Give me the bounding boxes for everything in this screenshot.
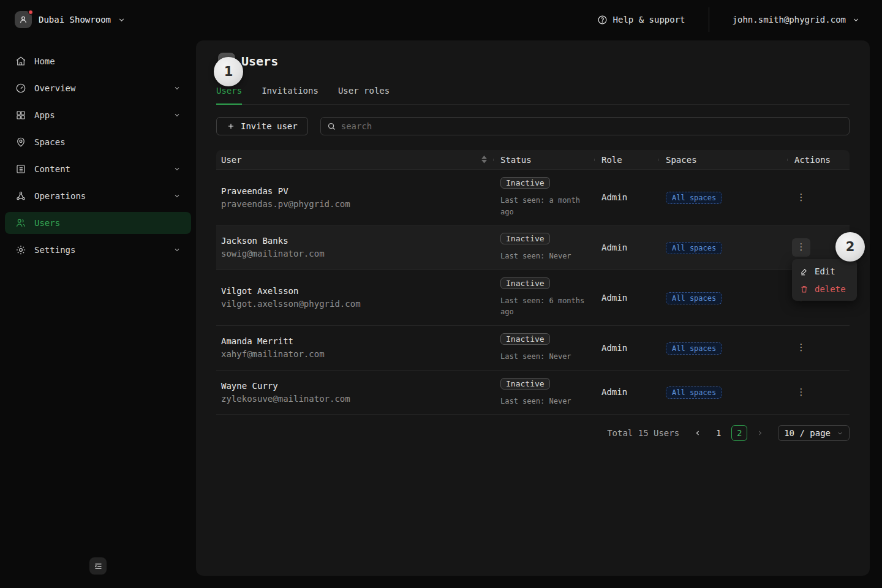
sidebar-item-label: Home [34, 56, 55, 66]
document-icon [15, 164, 26, 175]
chevron-down-icon [852, 16, 860, 24]
search-input[interactable] [341, 121, 843, 131]
status-badge: Inactive [500, 233, 550, 244]
user-cell: Wayne Curry zylekosuve@mailinator.com [216, 381, 493, 404]
column-header-status: Status [493, 155, 594, 165]
pagination-total: Total 15 Users [607, 428, 679, 438]
account-menu[interactable]: john.smith@phygrid.com [733, 15, 860, 24]
user-name: Vilgot Axelsson [221, 286, 493, 296]
search-icon [327, 122, 336, 131]
user-name: Wayne Curry [221, 381, 493, 391]
spaces-cell: All spaces [658, 243, 787, 252]
sidebar-item-label: Spaces [34, 137, 66, 147]
page-size-select[interactable]: 10 / page [778, 425, 850, 441]
spaces-tag[interactable]: All spaces [666, 292, 722, 304]
status-cell: Inactive Last seen: Never [493, 233, 594, 262]
user-cell: Praveendas PV praveendas.pv@phygrid.com [216, 186, 493, 209]
tab-bar: Users Invitations User roles [216, 86, 850, 105]
chevron-left-icon [694, 429, 701, 437]
tab-invitations[interactable]: Invitations [262, 86, 318, 104]
pagination: Total 15 Users 1 2 10 / page [216, 425, 850, 441]
sidebar-item-spaces[interactable]: Spaces [5, 131, 191, 153]
role-cell: Admin [594, 343, 658, 353]
help-support-button[interactable]: Help & support [597, 15, 685, 25]
pagination-page-2[interactable]: 2 [731, 425, 747, 441]
user-email: sowig@mailinator.com [221, 249, 493, 258]
table-body: Praveendas PV praveendas.pv@phygrid.com … [216, 170, 850, 415]
actions-cell: ⋮ [787, 383, 850, 401]
user-cell: Vilgot Axelsson vilgot.axelsson@phygrid.… [216, 286, 493, 309]
page-title: Users [241, 54, 278, 69]
annotation-badge-2: 2 [835, 232, 865, 262]
spaces-cell: All spaces [658, 343, 787, 353]
spaces-tag[interactable]: All spaces [666, 386, 722, 399]
sidebar-item-overview[interactable]: Overview [5, 77, 191, 99]
chevron-down-icon [173, 111, 181, 119]
status-badge: Inactive [500, 333, 550, 345]
spaces-cell: All spaces [658, 293, 787, 303]
sidebar-item-settings[interactable]: Settings [5, 239, 191, 261]
row-actions-button[interactable]: ⋮ [792, 383, 810, 401]
sidebar-item-label: Operations [34, 191, 86, 201]
user-email: praveendas.pv@phygrid.com [221, 199, 493, 209]
user-email: xahyf@mailinator.com [221, 349, 493, 359]
spaces-tag[interactable]: All spaces [666, 192, 722, 204]
search-box[interactable] [320, 117, 850, 135]
tab-users[interactable]: Users [216, 86, 242, 104]
role-cell: Admin [594, 387, 658, 397]
user-cell: Amanda Merritt xahyf@mailinator.com [216, 336, 493, 359]
spaces-cell: All spaces [658, 387, 787, 397]
sort-icon[interactable] [481, 156, 487, 164]
tenant-avatar[interactable] [15, 11, 32, 28]
row-actions-button[interactable]: ⋮ [792, 339, 810, 357]
status-cell: Inactive Last seen: a month ago [493, 177, 594, 217]
sidebar-item-label: Apps [34, 110, 55, 120]
sidebar-item-label: Settings [34, 245, 75, 255]
table-row[interactable]: Praveendas PV praveendas.pv@phygrid.com … [216, 170, 850, 225]
sidebar-item-operations[interactable]: Operations [5, 185, 191, 207]
chevron-down-icon [837, 430, 843, 437]
status-cell: Inactive Last seen: Never [493, 378, 594, 407]
spaces-tag[interactable]: All spaces [666, 242, 722, 254]
pagination-prev-button[interactable] [690, 425, 706, 441]
pagination-next-button[interactable] [752, 425, 768, 441]
trash-icon [800, 285, 809, 293]
chevron-down-icon [173, 165, 181, 173]
actions-cell: ⋮ [787, 339, 850, 357]
spaces-tag[interactable]: All spaces [666, 342, 722, 355]
column-header-user[interactable]: User [216, 155, 493, 165]
table-row[interactable]: Wayne Curry zylekosuve@mailinator.com In… [216, 371, 850, 415]
actions-cell: ⋮ [787, 188, 850, 206]
user-email: zylekosuve@mailinator.com [221, 394, 493, 404]
table-row[interactable]: Amanda Merritt xahyf@mailinator.com Inac… [216, 326, 850, 371]
pagination-page-1[interactable]: 1 [710, 425, 726, 441]
home-icon [15, 56, 26, 67]
table-row[interactable]: Jackson Banks sowig@mailinator.com Inact… [216, 225, 850, 270]
sidebar-item-apps[interactable]: Apps [5, 104, 191, 126]
question-circle-icon [597, 15, 608, 25]
row-context-menu: Edit delete [792, 259, 857, 301]
tenant-switcher[interactable]: Dubai Showroom [15, 11, 126, 28]
annotation-badge-1: 1 [214, 57, 243, 86]
context-menu-edit[interactable]: Edit [794, 262, 854, 280]
status-cell: Inactive Last seen: Never [493, 333, 594, 363]
sidebar-item-content[interactable]: Content [5, 158, 191, 180]
topbar: Dubai Showroom Help & support john.smith… [0, 0, 882, 39]
sidebar-collapse-button[interactable] [89, 557, 107, 575]
status-badge: Inactive [500, 277, 550, 289]
page-size-value: 10 / page [784, 428, 831, 438]
spaces-cell: All spaces [658, 192, 787, 202]
menu-fold-icon [94, 562, 103, 571]
sidebar-item-users[interactable]: Users [5, 212, 191, 234]
last-seen-text: Last seen: Never [500, 396, 571, 407]
sidebar-item-home[interactable]: Home [5, 50, 191, 72]
table-row[interactable]: Vilgot Axelsson vilgot.axelsson@phygrid.… [216, 270, 850, 326]
row-actions-button[interactable]: ⋮ [792, 188, 810, 206]
chevron-down-icon [173, 85, 181, 92]
person-icon [18, 15, 28, 24]
context-menu-delete[interactable]: delete [794, 280, 854, 298]
invite-user-button[interactable]: Invite user [216, 117, 308, 135]
tab-user-roles[interactable]: User roles [338, 86, 390, 104]
role-cell: Admin [594, 243, 658, 252]
row-actions-button[interactable]: ⋮ [792, 238, 810, 257]
